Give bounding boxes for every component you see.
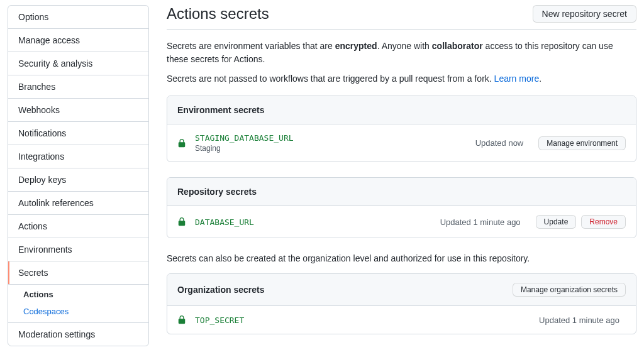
lock-icon <box>177 138 186 148</box>
sidebar-item-options[interactable]: Options <box>8 6 148 29</box>
desc-text: Secrets are environment variables that a… <box>167 41 335 51</box>
manage-organization-secrets-button[interactable]: Manage organization secrets <box>513 283 626 297</box>
desc-text: Secrets are not passed to workflows that… <box>167 74 494 84</box>
secret-name: TOP_SECRET <box>195 315 530 325</box>
secret-row: DATABASE_URL Updated 1 minute ago Update… <box>167 206 636 238</box>
sidebar-sub-codespaces[interactable]: Codespaces <box>8 303 148 322</box>
sidebar-item-autolink-references[interactable]: Autolink references <box>8 192 148 215</box>
remove-button[interactable]: Remove <box>581 215 626 229</box>
sidebar-sub-actions[interactable]: Actions <box>8 285 148 303</box>
row-actions: Update Remove <box>536 215 626 229</box>
secret-info: DATABASE_URL <box>195 217 431 227</box>
sidebar-item-deploy-keys[interactable]: Deploy keys <box>8 168 148 192</box>
secret-name: DATABASE_URL <box>195 217 431 227</box>
lock-icon <box>177 217 186 227</box>
desc-text: . <box>539 74 541 84</box>
box-title: Environment secrets <box>177 105 265 115</box>
page-header: Actions secrets New repository secret <box>167 5 636 30</box>
box-header: Repository secrets <box>167 178 636 206</box>
updated-text: Updated 1 minute ago <box>440 217 521 227</box>
secret-info: TOP_SECRET <box>195 315 530 325</box>
sidebar-item-security-analysis[interactable]: Security & analysis <box>8 52 148 75</box>
sidebar-item-manage-access[interactable]: Manage access <box>8 29 148 52</box>
sidebar-sub-group: Actions Codespaces <box>8 285 148 323</box>
secret-row: TOP_SECRET Updated 1 minute ago <box>167 306 636 334</box>
secret-row: STAGING_DATABASE_URL Staging Updated now… <box>167 124 636 162</box>
updated-text: Updated 1 minute ago <box>539 315 619 325</box>
manage-environment-button[interactable]: Manage environment <box>538 136 626 150</box>
box-title: Repository secrets <box>177 187 257 197</box>
sidebar-item-secrets[interactable]: Secrets <box>8 261 148 285</box>
organization-secrets-box: Organization secrets Manage organization… <box>167 273 636 334</box>
page-title: Actions secrets <box>167 5 269 23</box>
box-title: Organization secrets <box>177 285 265 295</box>
updated-text: Updated now <box>475 138 524 148</box>
update-button[interactable]: Update <box>536 215 577 229</box>
desc-strong-collaborator: collaborator <box>432 41 483 51</box>
sidebar-item-environments[interactable]: Environments <box>8 238 148 261</box>
learn-more-link[interactable]: Learn more <box>494 74 540 84</box>
desc-text: . Anyone with <box>377 41 432 51</box>
secret-environment: Staging <box>195 144 467 153</box>
box-header: Environment secrets <box>167 96 636 124</box>
sidebar-item-webhooks[interactable]: Webhooks <box>8 99 148 122</box>
box-header: Organization secrets Manage organization… <box>167 274 636 306</box>
organization-note: Secrets can also be created at the organ… <box>167 253 636 263</box>
sidebar-item-integrations[interactable]: Integrations <box>8 145 148 168</box>
secret-info: STAGING_DATABASE_URL Staging <box>195 133 467 153</box>
environment-secrets-box: Environment secrets STAGING_DATABASE_URL… <box>167 96 636 162</box>
sidebar-item-notifications[interactable]: Notifications <box>8 122 148 145</box>
main-content: Actions secrets New repository secret Se… <box>149 5 636 349</box>
sidebar-item-moderation-settings[interactable]: Moderation settings <box>8 323 148 346</box>
new-repository-secret-button[interactable]: New repository secret <box>533 5 636 23</box>
description-line-1: Secrets are environment variables that a… <box>167 40 636 66</box>
sidebar-item-actions[interactable]: Actions <box>8 215 148 238</box>
repository-secrets-box: Repository secrets DATABASE_URL Updated … <box>167 177 636 238</box>
sidebar-item-branches[interactable]: Branches <box>8 75 148 99</box>
desc-strong-encrypted: encrypted <box>335 41 377 51</box>
secret-name: STAGING_DATABASE_URL <box>195 133 467 143</box>
description-line-2: Secrets are not passed to workflows that… <box>167 72 636 85</box>
settings-sidebar: Options Manage access Security & analysi… <box>8 5 149 346</box>
lock-icon <box>177 315 186 325</box>
